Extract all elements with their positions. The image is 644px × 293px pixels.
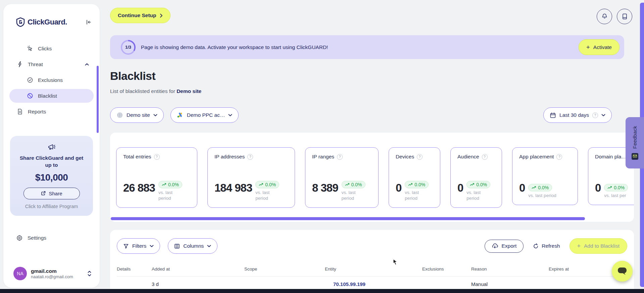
- chevron-right-icon: [160, 13, 163, 18]
- sidebar-collapse-icon[interactable]: [85, 18, 92, 26]
- trend-up-icon: [532, 186, 536, 189]
- filters-dropdown[interactable]: Filters: [117, 238, 160, 254]
- stat-card-ip-addresses: IP addresses? 184 983 0.0% vs. last peri…: [207, 147, 295, 208]
- page-subtitle-site: Demo site: [177, 88, 201, 94]
- affiliate-promo-card[interactable]: Share ClickGuard and get up to $10,000 S…: [10, 136, 93, 216]
- columns-dropdown[interactable]: Columns: [168, 238, 217, 254]
- chevron-down-icon: [228, 114, 232, 116]
- sidebar: ClickGuard. Clicks Threat Exclus: [3, 4, 100, 288]
- col-header-exclusions[interactable]: Exclusions: [422, 266, 471, 272]
- feedback-label: Feedback: [632, 126, 638, 149]
- col-header-scope[interactable]: Scope: [244, 266, 325, 272]
- sidebar-item-reports[interactable]: Reports: [9, 105, 94, 118]
- col-header-details[interactable]: Details: [117, 266, 152, 272]
- help-icon: ?: [247, 154, 253, 160]
- card-title: IP ranges: [312, 154, 334, 160]
- plus-icon: +: [586, 44, 590, 50]
- sidebar-item-exclusions[interactable]: Exclusions: [9, 73, 94, 87]
- export-button[interactable]: Export: [485, 240, 524, 253]
- col-header-added-at[interactable]: Added at: [152, 266, 244, 272]
- col-header-reason[interactable]: Reason: [471, 266, 549, 272]
- sidebar-item-label: Exclusions: [38, 77, 63, 83]
- account-email: naatali.ro@gmail.com: [31, 274, 87, 279]
- chevron-down-icon: [207, 245, 211, 247]
- sidebar-item-threat[interactable]: Threat: [9, 57, 94, 71]
- cursor-click-icon: [26, 45, 34, 52]
- card-vs-label: vs. last period: [528, 193, 556, 199]
- notifications-button[interactable]: [597, 9, 612, 24]
- card-delta: 0.0%: [265, 182, 276, 187]
- ppc-account-selector[interactable]: Demo PPC ac…: [170, 107, 239, 123]
- chevron-up-icon: [85, 63, 89, 66]
- card-vs-label: vs. last per: [604, 193, 628, 199]
- sidebar-item-clicks[interactable]: Clicks: [9, 42, 94, 55]
- feedback-tab[interactable]: Feedback: [626, 117, 644, 168]
- trend-up-icon: [408, 183, 413, 186]
- gear-icon: [16, 235, 23, 241]
- cell-reason: Manual: [471, 281, 549, 287]
- continue-setup-button[interactable]: Continue Setup: [110, 8, 170, 23]
- account-switcher[interactable]: NA gmail.com naatali.ro@gmail.com: [3, 267, 100, 280]
- sidebar-item-label: Threat: [28, 61, 43, 67]
- activate-label: Activate: [593, 44, 612, 50]
- date-range-selector[interactable]: Last 30 days ?: [543, 107, 612, 123]
- stat-card-ip-ranges: IP ranges? 8 389 0.0% vs. last period: [305, 147, 379, 208]
- feedback-message-icon: [632, 153, 638, 160]
- trend-up-icon: [470, 183, 475, 186]
- card-value: 26 883: [123, 182, 155, 201]
- sidebar-item-blacklist[interactable]: Blacklist: [9, 89, 94, 103]
- card-delta: 0.0%: [168, 182, 179, 187]
- megaphone-icon: [15, 143, 88, 151]
- cell-added-at: 3 d: [152, 281, 244, 287]
- site-selector[interactable]: Demo site: [110, 107, 164, 123]
- stat-card-audience: Audience? 0 0.0% vs. last period: [450, 147, 502, 208]
- chevron-down-icon: [150, 245, 154, 247]
- trend-up-icon: [162, 183, 166, 186]
- sidebar-item-label: Blacklist: [38, 93, 57, 99]
- card-vs-label: vs. last period: [466, 190, 486, 201]
- export-label: Export: [501, 243, 516, 249]
- card-title: Total entries: [123, 154, 151, 160]
- refresh-label: Refresh: [542, 243, 560, 249]
- card-vs-label: vs. last period: [342, 190, 361, 201]
- select-chevrons-icon: [87, 271, 92, 277]
- card-delta: 0.0%: [538, 185, 549, 190]
- card-value: 0: [396, 182, 401, 201]
- share-button[interactable]: Share: [23, 188, 80, 199]
- card-delta: 0.0%: [351, 182, 362, 187]
- add-to-blacklist-label: Add to Blacklist: [584, 243, 620, 249]
- sidebar-scrollbar[interactable]: [97, 66, 99, 133]
- help-icon: ?: [482, 154, 488, 160]
- chevron-down-icon: [601, 114, 605, 116]
- card-title: Audience: [457, 154, 479, 160]
- sidebar-item-settings[interactable]: Settings: [9, 231, 94, 245]
- chat-widget-button[interactable]: [612, 261, 633, 282]
- blocked-icon: [26, 93, 34, 99]
- refresh-button[interactable]: Refresh: [533, 243, 560, 249]
- col-header-entity[interactable]: Entity: [325, 266, 422, 272]
- stat-card-devices: Devices? 0 0.0% vs. last period: [389, 147, 440, 208]
- affiliate-link[interactable]: Click to Affiliate Program: [15, 204, 88, 209]
- card-title: App placement: [519, 154, 554, 160]
- badge-check-icon: [26, 77, 34, 83]
- card-title: Domain pla…: [595, 154, 627, 160]
- activate-button[interactable]: + Activate: [579, 39, 620, 55]
- docs-button[interactable]: [617, 9, 632, 24]
- help-icon: ?: [154, 154, 160, 160]
- share-button-label: Share: [49, 191, 62, 196]
- table-row[interactable]: 3 d 70.105.99.199 Manual: [117, 277, 627, 287]
- cards-horizontal-scrollbar[interactable]: [111, 217, 585, 220]
- promo-amount: $10,000: [15, 172, 88, 183]
- help-icon: ?: [592, 112, 598, 118]
- continue-setup-label: Continue Setup: [118, 12, 156, 18]
- filter-icon: [123, 243, 129, 249]
- add-to-blacklist-button[interactable]: + Add to Blacklist: [569, 238, 627, 254]
- cell-entity[interactable]: 70.105.99.199: [325, 281, 422, 287]
- page-subtitle: List of blacklisted entities for Demo si…: [110, 88, 201, 94]
- ppc-account-value: Demo PPC ac…: [187, 112, 225, 118]
- filters-label: Filters: [132, 243, 146, 249]
- card-value: 0: [519, 182, 525, 199]
- bottom-edge-strip: [0, 289, 644, 293]
- columns-label: Columns: [183, 243, 204, 249]
- report-icon: [16, 108, 23, 115]
